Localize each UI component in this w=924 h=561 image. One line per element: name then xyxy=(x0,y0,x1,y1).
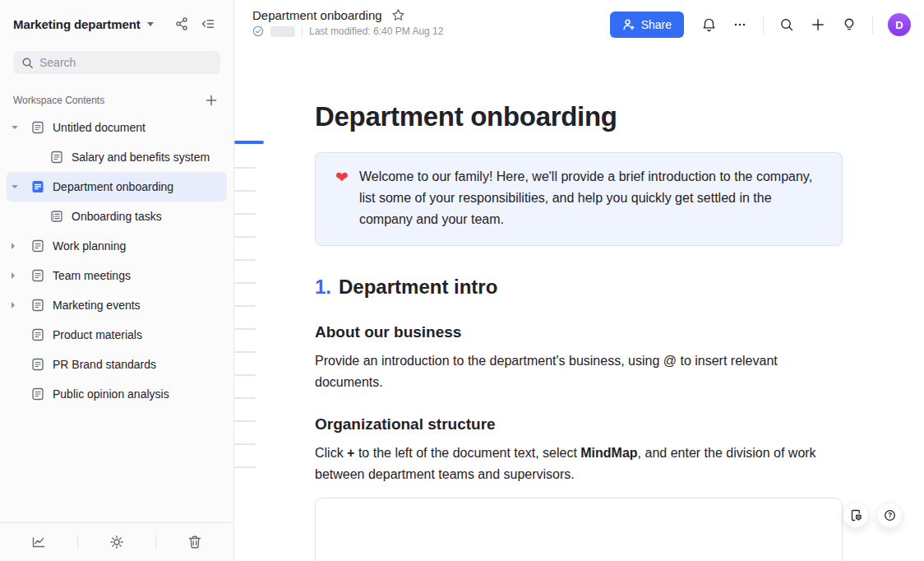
topbar-right: Share D xyxy=(610,11,911,39)
sidebar-item-onboarding-tasks[interactable]: Onboarding tasks xyxy=(7,202,227,231)
sidebar: Marketing department Workspace Contents … xyxy=(0,0,234,561)
sidebar-item-pr-brand-standards[interactable]: PR Brand standards xyxy=(7,350,227,379)
share-icon[interactable] xyxy=(171,13,192,35)
outline-mark xyxy=(234,259,256,261)
workspace-name[interactable]: Marketing department xyxy=(13,17,141,31)
item-label: PR Brand standards xyxy=(53,358,156,371)
item-label: Department onboarding xyxy=(53,180,173,193)
workspace-tree: Untitled document Salary and benefits sy… xyxy=(0,113,233,409)
sidebar-item-public-opinion-analysis[interactable]: Public opinion analysis xyxy=(7,379,227,409)
sidebar-item-marketing-events[interactable]: Marketing events xyxy=(7,290,227,320)
outline-mark xyxy=(234,351,256,353)
item-label: Work planning xyxy=(53,239,126,253)
doc-icon xyxy=(31,358,44,371)
outline-mark xyxy=(234,190,256,192)
item-label: Public opinion analysis xyxy=(53,387,169,401)
analytics-icon[interactable] xyxy=(0,535,77,549)
heading-text: Department intro xyxy=(339,276,497,298)
doc-title-breadcrumb[interactable]: Department onboarding xyxy=(252,8,382,22)
heading-department-intro[interactable]: 1.Department intro xyxy=(315,274,843,300)
text-segment: to the left of the document text, select xyxy=(354,446,580,460)
document-canvas: Department onboarding ❤ Welcome to our f… xyxy=(235,49,924,561)
section-label: Workspace Contents xyxy=(13,95,202,106)
heart-emoji: ❤ xyxy=(335,166,349,230)
callout-text: Welcome to our family! Here, we'll provi… xyxy=(359,166,822,230)
chevron-right-icon[interactable] xyxy=(12,302,31,308)
doc-icon-blue xyxy=(31,180,44,193)
bell-icon[interactable] xyxy=(695,12,722,38)
text-segment: Click xyxy=(315,446,347,460)
comment-panel-icon xyxy=(849,508,863,522)
item-label: Team meetings xyxy=(53,269,131,282)
item-label: Product materials xyxy=(53,328,142,341)
trash-icon[interactable] xyxy=(156,535,233,549)
settings-icon[interactable] xyxy=(78,535,155,549)
chevron-right-icon[interactable] xyxy=(12,243,31,249)
search-icon xyxy=(21,57,34,69)
status-badge xyxy=(270,26,295,37)
divider xyxy=(872,16,873,34)
outline-mark xyxy=(234,282,256,284)
add-icon[interactable] xyxy=(202,91,220,109)
sidebar-item-salary-and-benefits-system[interactable]: Salary and benefits system xyxy=(7,142,227,172)
sidebar-item-department-onboarding[interactable]: Department onboarding xyxy=(7,172,227,202)
avatar[interactable]: D xyxy=(888,13,911,36)
heading-organizational-structure[interactable]: Organizational structure xyxy=(315,414,843,435)
help-icon: ? xyxy=(883,508,897,522)
chevron-down-icon[interactable] xyxy=(12,185,31,188)
paragraph-about-business[interactable]: Provide an introduction to the departmen… xyxy=(315,350,843,393)
chevron-down-icon[interactable] xyxy=(147,22,154,26)
doc-title[interactable]: Department onboarding xyxy=(315,99,843,135)
topbar: Department onboarding Last modified: 6:4… xyxy=(235,0,924,49)
share-button[interactable]: Share xyxy=(610,12,684,38)
sidebar-item-untitled-document[interactable]: Untitled document xyxy=(7,113,227,142)
mindmap-embed-placeholder[interactable] xyxy=(315,498,843,561)
search-input[interactable] xyxy=(39,56,212,69)
sidebar-item-product-materials[interactable]: Product materials xyxy=(7,320,227,350)
search-bar[interactable] xyxy=(13,51,220,74)
add-icon[interactable] xyxy=(805,12,831,38)
item-label: Onboarding tasks xyxy=(72,210,162,223)
star-icon[interactable] xyxy=(391,8,405,22)
doc-icon xyxy=(31,121,44,134)
chevron-down-icon[interactable] xyxy=(12,126,31,129)
item-label: Untitled document xyxy=(53,121,146,134)
heading-about-our-business[interactable]: About our business xyxy=(315,322,843,343)
divider xyxy=(302,26,303,36)
outline-mark-active xyxy=(234,141,264,144)
paragraph-org-structure[interactable]: Click + to the left of the document text… xyxy=(315,443,843,485)
comment-panel-button[interactable] xyxy=(843,502,869,528)
chevron-right-icon[interactable] xyxy=(12,272,31,279)
last-modified-text: Last modified: 6:40 PM Aug 12 xyxy=(309,26,443,37)
outline-mark xyxy=(234,167,256,169)
workspace-header: Marketing department xyxy=(0,0,233,48)
outline-mark xyxy=(234,397,256,399)
collapse-sidebar-icon[interactable] xyxy=(197,13,219,35)
workspace-contents-header: Workspace Contents xyxy=(13,91,220,109)
outline-mark xyxy=(234,328,256,330)
sidebar-footer xyxy=(0,522,233,561)
sidebar-item-work-planning[interactable]: Work planning xyxy=(7,231,227,261)
outline-mark xyxy=(234,420,256,422)
doc-icon xyxy=(31,239,44,253)
outline-mark xyxy=(234,213,256,215)
doc-icon xyxy=(31,269,44,282)
outline-mark xyxy=(234,305,256,307)
doc-icon xyxy=(31,299,44,312)
table-icon xyxy=(50,210,63,223)
person-add-icon xyxy=(622,18,635,31)
svg-text:?: ? xyxy=(887,511,891,519)
sidebar-item-team-meetings[interactable]: Team meetings xyxy=(7,261,227,290)
help-button[interactable]: ? xyxy=(876,502,903,528)
topbar-left: Department onboarding Last modified: 6:4… xyxy=(252,8,443,37)
doc-icon xyxy=(50,151,63,164)
divider xyxy=(763,16,764,34)
outline-mark xyxy=(234,374,256,376)
search-icon[interactable] xyxy=(774,12,800,38)
ideas-icon[interactable] xyxy=(836,12,862,38)
outline-mark xyxy=(234,466,256,468)
more-icon[interactable] xyxy=(727,12,753,38)
heading-number: 1. xyxy=(315,276,331,298)
share-label: Share xyxy=(641,18,672,31)
callout-block[interactable]: ❤ Welcome to our family! Here, we'll pro… xyxy=(315,152,843,246)
